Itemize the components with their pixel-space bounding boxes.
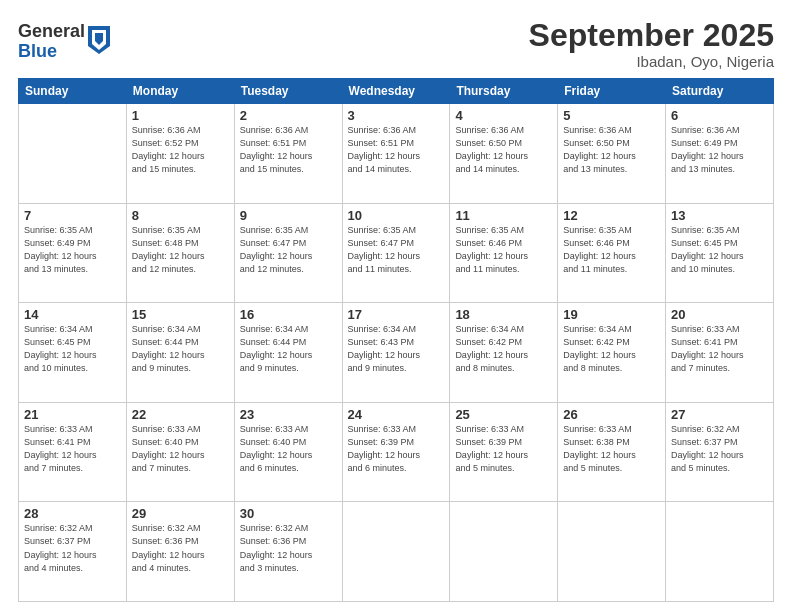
day-number-17: 17: [348, 307, 445, 322]
header: General Blue September 2025 Ibadan, Oyo,…: [18, 18, 774, 70]
day-info-15: Sunrise: 6:34 AM Sunset: 6:44 PM Dayligh…: [132, 323, 229, 375]
calendar-table: Sunday Monday Tuesday Wednesday Thursday…: [18, 78, 774, 602]
day-number-13: 13: [671, 208, 768, 223]
day-info-11: Sunrise: 6:35 AM Sunset: 6:46 PM Dayligh…: [455, 224, 552, 276]
day-info-8: Sunrise: 6:35 AM Sunset: 6:48 PM Dayligh…: [132, 224, 229, 276]
calendar-cell-w2-d3: 9Sunrise: 6:35 AM Sunset: 6:47 PM Daylig…: [234, 203, 342, 303]
location: Ibadan, Oyo, Nigeria: [529, 53, 774, 70]
day-info-2: Sunrise: 6:36 AM Sunset: 6:51 PM Dayligh…: [240, 124, 337, 176]
day-info-24: Sunrise: 6:33 AM Sunset: 6:39 PM Dayligh…: [348, 423, 445, 475]
header-saturday: Saturday: [666, 79, 774, 104]
day-info-1: Sunrise: 6:36 AM Sunset: 6:52 PM Dayligh…: [132, 124, 229, 176]
header-tuesday: Tuesday: [234, 79, 342, 104]
day-number-6: 6: [671, 108, 768, 123]
calendar-cell-w1-d1: [19, 104, 127, 204]
calendar-cell-w3-d6: 19Sunrise: 6:34 AM Sunset: 6:42 PM Dayli…: [558, 303, 666, 403]
day-number-3: 3: [348, 108, 445, 123]
calendar-cell-w3-d7: 20Sunrise: 6:33 AM Sunset: 6:41 PM Dayli…: [666, 303, 774, 403]
weekday-header-row: Sunday Monday Tuesday Wednesday Thursday…: [19, 79, 774, 104]
day-info-16: Sunrise: 6:34 AM Sunset: 6:44 PM Dayligh…: [240, 323, 337, 375]
day-info-17: Sunrise: 6:34 AM Sunset: 6:43 PM Dayligh…: [348, 323, 445, 375]
calendar-cell-w4-d6: 26Sunrise: 6:33 AM Sunset: 6:38 PM Dayli…: [558, 402, 666, 502]
day-info-30: Sunrise: 6:32 AM Sunset: 6:36 PM Dayligh…: [240, 522, 337, 574]
day-number-23: 23: [240, 407, 337, 422]
day-number-10: 10: [348, 208, 445, 223]
day-number-14: 14: [24, 307, 121, 322]
day-info-20: Sunrise: 6:33 AM Sunset: 6:41 PM Dayligh…: [671, 323, 768, 375]
day-number-9: 9: [240, 208, 337, 223]
day-number-16: 16: [240, 307, 337, 322]
page: General Blue September 2025 Ibadan, Oyo,…: [0, 0, 792, 612]
day-number-1: 1: [132, 108, 229, 123]
day-number-21: 21: [24, 407, 121, 422]
calendar-cell-w3-d4: 17Sunrise: 6:34 AM Sunset: 6:43 PM Dayli…: [342, 303, 450, 403]
day-number-27: 27: [671, 407, 768, 422]
calendar-cell-w5-d4: [342, 502, 450, 602]
day-number-22: 22: [132, 407, 229, 422]
calendar-week-5: 28Sunrise: 6:32 AM Sunset: 6:37 PM Dayli…: [19, 502, 774, 602]
calendar-cell-w2-d4: 10Sunrise: 6:35 AM Sunset: 6:47 PM Dayli…: [342, 203, 450, 303]
calendar-cell-w3-d1: 14Sunrise: 6:34 AM Sunset: 6:45 PM Dayli…: [19, 303, 127, 403]
calendar-week-2: 7Sunrise: 6:35 AM Sunset: 6:49 PM Daylig…: [19, 203, 774, 303]
day-info-10: Sunrise: 6:35 AM Sunset: 6:47 PM Dayligh…: [348, 224, 445, 276]
calendar-cell-w5-d1: 28Sunrise: 6:32 AM Sunset: 6:37 PM Dayli…: [19, 502, 127, 602]
day-info-28: Sunrise: 6:32 AM Sunset: 6:37 PM Dayligh…: [24, 522, 121, 574]
day-info-9: Sunrise: 6:35 AM Sunset: 6:47 PM Dayligh…: [240, 224, 337, 276]
day-number-4: 4: [455, 108, 552, 123]
day-info-12: Sunrise: 6:35 AM Sunset: 6:46 PM Dayligh…: [563, 224, 660, 276]
calendar-cell-w5-d7: [666, 502, 774, 602]
day-number-19: 19: [563, 307, 660, 322]
day-number-12: 12: [563, 208, 660, 223]
day-info-13: Sunrise: 6:35 AM Sunset: 6:45 PM Dayligh…: [671, 224, 768, 276]
day-info-22: Sunrise: 6:33 AM Sunset: 6:40 PM Dayligh…: [132, 423, 229, 475]
calendar-cell-w4-d4: 24Sunrise: 6:33 AM Sunset: 6:39 PM Dayli…: [342, 402, 450, 502]
calendar-cell-w5-d5: [450, 502, 558, 602]
logo-text: General Blue: [18, 22, 85, 62]
day-number-20: 20: [671, 307, 768, 322]
calendar-cell-w5-d2: 29Sunrise: 6:32 AM Sunset: 6:36 PM Dayli…: [126, 502, 234, 602]
logo-general: General: [18, 22, 85, 42]
day-number-29: 29: [132, 506, 229, 521]
header-wednesday: Wednesday: [342, 79, 450, 104]
day-info-25: Sunrise: 6:33 AM Sunset: 6:39 PM Dayligh…: [455, 423, 552, 475]
calendar-cell-w5-d3: 30Sunrise: 6:32 AM Sunset: 6:36 PM Dayli…: [234, 502, 342, 602]
calendar-cell-w3-d2: 15Sunrise: 6:34 AM Sunset: 6:44 PM Dayli…: [126, 303, 234, 403]
day-number-24: 24: [348, 407, 445, 422]
day-info-6: Sunrise: 6:36 AM Sunset: 6:49 PM Dayligh…: [671, 124, 768, 176]
header-sunday: Sunday: [19, 79, 127, 104]
header-thursday: Thursday: [450, 79, 558, 104]
calendar-week-4: 21Sunrise: 6:33 AM Sunset: 6:41 PM Dayli…: [19, 402, 774, 502]
day-number-7: 7: [24, 208, 121, 223]
day-number-15: 15: [132, 307, 229, 322]
month-title: September 2025: [529, 18, 774, 53]
day-number-8: 8: [132, 208, 229, 223]
calendar-cell-w1-d6: 5Sunrise: 6:36 AM Sunset: 6:50 PM Daylig…: [558, 104, 666, 204]
calendar-cell-w5-d6: [558, 502, 666, 602]
logo-icon: [88, 26, 110, 54]
calendar-week-3: 14Sunrise: 6:34 AM Sunset: 6:45 PM Dayli…: [19, 303, 774, 403]
day-info-26: Sunrise: 6:33 AM Sunset: 6:38 PM Dayligh…: [563, 423, 660, 475]
day-info-27: Sunrise: 6:32 AM Sunset: 6:37 PM Dayligh…: [671, 423, 768, 475]
day-number-28: 28: [24, 506, 121, 521]
day-info-4: Sunrise: 6:36 AM Sunset: 6:50 PM Dayligh…: [455, 124, 552, 176]
header-friday: Friday: [558, 79, 666, 104]
calendar-cell-w1-d4: 3Sunrise: 6:36 AM Sunset: 6:51 PM Daylig…: [342, 104, 450, 204]
day-info-21: Sunrise: 6:33 AM Sunset: 6:41 PM Dayligh…: [24, 423, 121, 475]
day-info-14: Sunrise: 6:34 AM Sunset: 6:45 PM Dayligh…: [24, 323, 121, 375]
day-info-23: Sunrise: 6:33 AM Sunset: 6:40 PM Dayligh…: [240, 423, 337, 475]
calendar-cell-w4-d7: 27Sunrise: 6:32 AM Sunset: 6:37 PM Dayli…: [666, 402, 774, 502]
calendar-cell-w4-d3: 23Sunrise: 6:33 AM Sunset: 6:40 PM Dayli…: [234, 402, 342, 502]
calendar-cell-w2-d5: 11Sunrise: 6:35 AM Sunset: 6:46 PM Dayli…: [450, 203, 558, 303]
header-monday: Monday: [126, 79, 234, 104]
calendar-cell-w1-d2: 1Sunrise: 6:36 AM Sunset: 6:52 PM Daylig…: [126, 104, 234, 204]
logo: General Blue: [18, 22, 110, 62]
calendar-cell-w2-d6: 12Sunrise: 6:35 AM Sunset: 6:46 PM Dayli…: [558, 203, 666, 303]
day-info-3: Sunrise: 6:36 AM Sunset: 6:51 PM Dayligh…: [348, 124, 445, 176]
calendar-cell-w3-d3: 16Sunrise: 6:34 AM Sunset: 6:44 PM Dayli…: [234, 303, 342, 403]
day-info-7: Sunrise: 6:35 AM Sunset: 6:49 PM Dayligh…: [24, 224, 121, 276]
day-number-26: 26: [563, 407, 660, 422]
calendar-week-1: 1Sunrise: 6:36 AM Sunset: 6:52 PM Daylig…: [19, 104, 774, 204]
day-info-19: Sunrise: 6:34 AM Sunset: 6:42 PM Dayligh…: [563, 323, 660, 375]
calendar-cell-w1-d3: 2Sunrise: 6:36 AM Sunset: 6:51 PM Daylig…: [234, 104, 342, 204]
day-info-5: Sunrise: 6:36 AM Sunset: 6:50 PM Dayligh…: [563, 124, 660, 176]
